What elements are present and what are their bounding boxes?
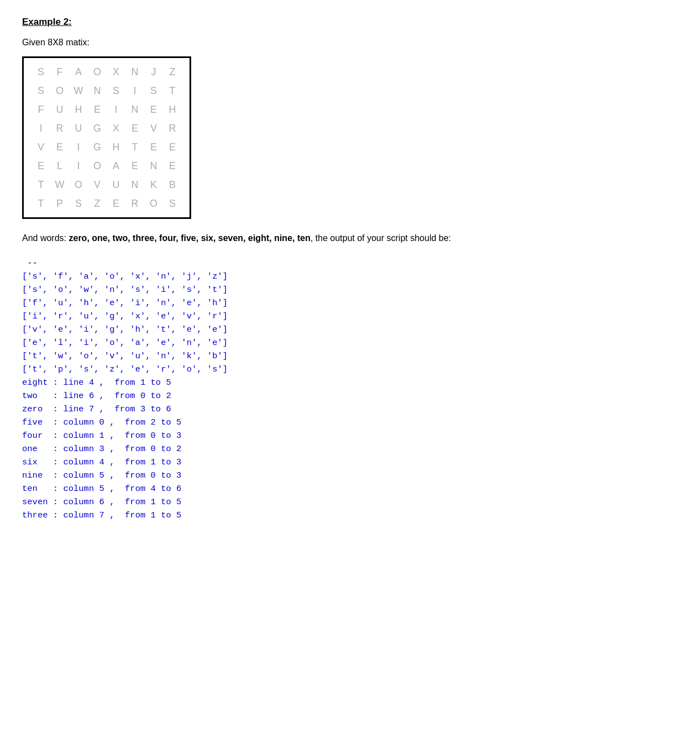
matrix-cell: I bbox=[69, 138, 88, 156]
matrix-cell: G bbox=[88, 138, 107, 156]
matrix-cell: I bbox=[31, 119, 50, 138]
matrix-cell: A bbox=[69, 62, 88, 81]
matrix-cell: R bbox=[125, 194, 144, 213]
matrix-cell: N bbox=[88, 81, 107, 100]
matrix-cell: F bbox=[50, 62, 69, 81]
matrix-cell: T bbox=[31, 194, 50, 213]
matrix-row: FUHEINEH bbox=[31, 100, 182, 119]
matrix-cell: Z bbox=[88, 194, 107, 213]
matrix-container: SFAOXNJZSOWNSISTFUHEINEHIRUGXEVRVEIGHTEE… bbox=[22, 56, 191, 219]
matrix-cell: S bbox=[31, 81, 50, 100]
matrix-row: TPSZEROS bbox=[31, 194, 182, 213]
matrix-cell: E bbox=[125, 156, 144, 175]
matrix-cell: I bbox=[107, 100, 125, 119]
matrix-cell: T bbox=[125, 138, 144, 156]
matrix-cell: S bbox=[31, 62, 50, 81]
matrix-cell: E bbox=[144, 100, 163, 119]
matrix-cell: H bbox=[163, 100, 182, 119]
matrix-cell: W bbox=[50, 175, 69, 194]
matrix-cell: F bbox=[31, 100, 50, 119]
matrix-cell: O bbox=[50, 81, 69, 100]
code-line: two : line 6 , from 0 to 2 bbox=[22, 389, 678, 402]
matrix-cell: R bbox=[50, 119, 69, 138]
matrix-cell: P bbox=[50, 194, 69, 213]
matrix-cell: V bbox=[88, 175, 107, 194]
matrix-cell: N bbox=[125, 175, 144, 194]
example-title: Example 2: bbox=[22, 17, 678, 28]
matrix-cell: A bbox=[107, 156, 125, 175]
code-line: ten : column 5 , from 4 to 6 bbox=[22, 482, 678, 495]
code-line: eight : line 4 , from 1 to 5 bbox=[22, 376, 678, 389]
matrix-cell: T bbox=[31, 175, 50, 194]
matrix-cell: N bbox=[144, 156, 163, 175]
matrix-cell: H bbox=[69, 100, 88, 119]
code-line: ['v', 'e', 'i', 'g', 'h', 't', 'e', 'e'] bbox=[22, 323, 678, 336]
matrix-cell: B bbox=[163, 175, 182, 194]
and-words: And words: zero, one, two, three, four, … bbox=[22, 231, 547, 245]
code-line: ['f', 'u', 'h', 'e', 'i', 'n', 'e', 'h'] bbox=[22, 296, 678, 310]
matrix-cell: N bbox=[125, 62, 144, 81]
matrix-cell: U bbox=[69, 119, 88, 138]
matrix-cell: E bbox=[125, 119, 144, 138]
matrix-cell: K bbox=[144, 175, 163, 194]
code-line: ['i', 'r', 'u', 'g', 'x', 'e', 'v', 'r'] bbox=[22, 310, 678, 323]
matrix-cell: N bbox=[125, 100, 144, 119]
given-text: Given 8X8 matix: bbox=[22, 38, 678, 48]
matrix-cell: O bbox=[88, 156, 107, 175]
matrix-cell: E bbox=[144, 138, 163, 156]
code-line: zero : line 7 , from 3 to 6 bbox=[22, 402, 678, 416]
matrix-cell: S bbox=[144, 81, 163, 100]
code-line: nine : column 5 , from 0 to 3 bbox=[22, 469, 678, 482]
matrix-cell: E bbox=[107, 194, 125, 213]
matrix-cell: I bbox=[125, 81, 144, 100]
matrix-cell: V bbox=[144, 119, 163, 138]
and-words-suffix: , the output of your script should be: bbox=[310, 233, 451, 243]
matrix-cell: H bbox=[107, 138, 125, 156]
code-line: ['t', 'p', 's', 'z', 'e', 'r', 'o', 's'] bbox=[22, 363, 678, 376]
code-line: four : column 1 , from 0 to 3 bbox=[22, 429, 678, 442]
code-line: seven : column 6 , from 1 to 5 bbox=[22, 495, 678, 509]
matrix-cell: O bbox=[144, 194, 163, 213]
matrix-cell: X bbox=[107, 62, 125, 81]
matrix-row: IRUGXEVR bbox=[31, 119, 182, 138]
matrix-row: VEIGHTEE bbox=[31, 138, 182, 156]
matrix-cell: E bbox=[163, 156, 182, 175]
dashes-line: -- bbox=[22, 257, 678, 270]
matrix-cell: J bbox=[144, 62, 163, 81]
matrix-cell: G bbox=[88, 119, 107, 138]
matrix-cell: E bbox=[163, 138, 182, 156]
matrix-cell: Z bbox=[163, 62, 182, 81]
matrix-row: SFAOXNJZ bbox=[31, 62, 182, 81]
code-line: ['e', 'l', 'i', 'o', 'a', 'e', 'n', 'e'] bbox=[22, 336, 678, 349]
matrix-cell: I bbox=[69, 156, 88, 175]
matrix-cell: E bbox=[50, 138, 69, 156]
matrix-row: ELIOAENE bbox=[31, 156, 182, 175]
matrix-cell: V bbox=[31, 138, 50, 156]
matrix-cell: U bbox=[107, 175, 125, 194]
code-line: one : column 3 , from 0 to 2 bbox=[22, 442, 678, 456]
matrix-row: TWOVUNKB bbox=[31, 175, 182, 194]
matrix-cell: O bbox=[69, 175, 88, 194]
code-line: ['s', 'f', 'a', 'o', 'x', 'n', 'j', 'z'] bbox=[22, 270, 678, 283]
and-words-bold: zero, one, two, three, four, five, six, … bbox=[69, 233, 310, 243]
matrix-cell: L bbox=[50, 156, 69, 175]
matrix-row: SOWNSIST bbox=[31, 81, 182, 100]
matrix-cell: W bbox=[69, 81, 88, 100]
matrix-cell: S bbox=[107, 81, 125, 100]
matrix-cell: S bbox=[69, 194, 88, 213]
code-line: ['t', 'w', 'o', 'v', 'u', 'n', 'k', 'b'] bbox=[22, 349, 678, 363]
code-block: --['s', 'f', 'a', 'o', 'x', 'n', 'j', 'z… bbox=[22, 257, 678, 522]
code-line: six : column 4 , from 1 to 3 bbox=[22, 456, 678, 469]
matrix-cell: R bbox=[163, 119, 182, 138]
matrix-cell: U bbox=[50, 100, 69, 119]
matrix-cell: E bbox=[31, 156, 50, 175]
matrix-cell: T bbox=[163, 81, 182, 100]
code-line: five : column 0 , from 2 to 5 bbox=[22, 416, 678, 429]
code-line: three : column 7 , from 1 to 5 bbox=[22, 509, 678, 522]
matrix-cell: X bbox=[107, 119, 125, 138]
matrix-cell: O bbox=[88, 62, 107, 81]
and-words-prefix: And words: bbox=[22, 233, 69, 243]
matrix-cell: E bbox=[88, 100, 107, 119]
matrix-cell: S bbox=[163, 194, 182, 213]
code-line: ['s', 'o', 'w', 'n', 's', 'i', 's', 't'] bbox=[22, 283, 678, 296]
